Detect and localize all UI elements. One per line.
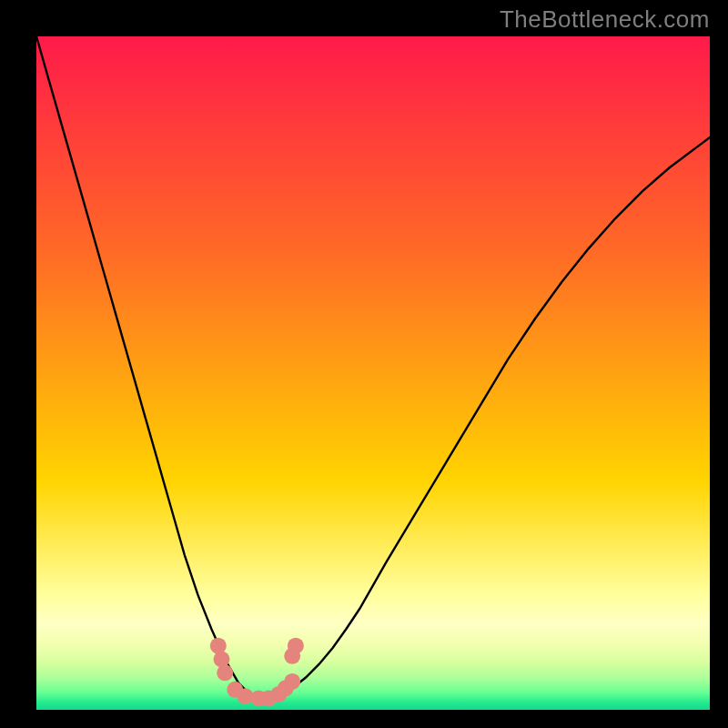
bottleneck-curve (36, 36, 710, 699)
plot-area (36, 36, 710, 710)
curve-marker (217, 664, 233, 681)
curve-markers (210, 638, 304, 707)
curve-marker (288, 638, 304, 654)
curve-layer (36, 36, 710, 710)
chart-frame: TheBottleneck.com (0, 0, 728, 728)
curve-marker (284, 673, 300, 690)
watermark-text: TheBottleneck.com (500, 5, 710, 34)
